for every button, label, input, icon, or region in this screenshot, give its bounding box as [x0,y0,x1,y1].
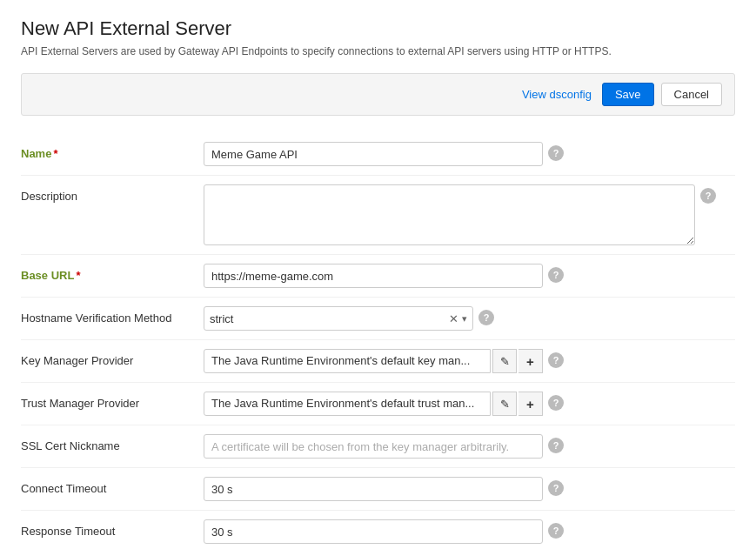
name-help-icon[interactable]: ? [548,145,564,161]
save-button[interactable]: Save [602,83,654,106]
response-timeout-input[interactable] [204,519,543,544]
response-timeout-help-icon[interactable]: ? [548,523,564,539]
key-manager-add-button[interactable]: + [518,349,543,373]
name-label: Name* [21,142,204,160]
description-help-icon[interactable]: ? [700,188,716,204]
connect-timeout-input[interactable] [204,477,543,501]
ssl-cert-row: SSL Cert Nickname ? [21,425,735,468]
connect-timeout-control-wrap: ? [204,477,735,501]
connect-timeout-help-icon[interactable]: ? [548,480,564,496]
ssl-cert-label: SSL Cert Nickname [21,434,204,452]
trust-manager-row: Trust Manager Provider The Java Runtime … [21,383,735,425]
base-url-help-icon[interactable]: ? [548,267,564,283]
base-url-input[interactable] [204,264,543,288]
trust-manager-edit-button[interactable]: ✎ [492,392,517,416]
trust-manager-control-wrap: The Java Runtime Environment's default t… [204,392,735,416]
description-label: Description [21,184,204,203]
base-url-label: Base URL* [21,264,204,282]
name-input[interactable] [204,142,543,166]
response-timeout-control-wrap: ? [204,519,735,544]
response-timeout-row: Response Timeout ? [21,511,735,549]
key-manager-label: Key Manager Provider [21,349,204,367]
hostname-select-value: strict [210,312,449,325]
connect-timeout-row: Connect Timeout ? [21,468,735,511]
base-url-control-wrap: ? [204,264,735,288]
hostname-label: Hostname Verification Method [21,306,204,325]
cancel-button[interactable]: Cancel [661,83,722,106]
description-textarea[interactable] [204,184,695,245]
description-row: Description ? [21,176,735,255]
hostname-select[interactable]: strict ✕ ▾ [204,306,473,331]
key-manager-value: The Java Runtime Environment's default k… [204,349,491,373]
view-dsconfig-link[interactable]: View dsconfig [522,88,592,101]
page-subtitle: API External Servers are used by Gateway… [21,45,735,57]
key-manager-input-group: The Java Runtime Environment's default k… [204,349,543,373]
trust-manager-label: Trust Manager Provider [21,392,204,410]
page-title: New API External Server [21,17,735,40]
ssl-cert-input[interactable] [204,434,543,459]
trust-manager-help-icon[interactable]: ? [548,395,564,411]
name-row: Name* ? [21,133,735,176]
hostname-control-wrap: strict ✕ ▾ ? [204,306,735,331]
response-timeout-label: Response Timeout [21,519,204,538]
base-url-row: Base URL* ? [21,255,735,298]
name-control-wrap: ? [204,142,735,166]
connect-timeout-label: Connect Timeout [21,477,204,495]
page-container: New API External Server API External Ser… [0,0,756,549]
key-manager-row: Key Manager Provider The Java Runtime En… [21,340,735,383]
form: Name* ? Description ? Base URL* ? [21,133,735,549]
hostname-help-icon[interactable]: ? [478,310,494,325]
ssl-cert-control-wrap: ? [204,434,735,459]
hostname-arrow-icon[interactable]: ▾ [462,313,467,325]
hostname-clear-icon[interactable]: ✕ [449,312,458,325]
toolbar: View dsconfig Save Cancel [21,73,735,116]
trust-manager-input-group: The Java Runtime Environment's default t… [204,392,543,416]
key-manager-control-wrap: The Java Runtime Environment's default k… [204,349,735,373]
key-manager-edit-button[interactable]: ✎ [492,349,517,373]
trust-manager-value: The Java Runtime Environment's default t… [204,392,491,416]
description-control-wrap: ? [204,184,735,245]
ssl-cert-help-icon[interactable]: ? [548,438,564,453]
key-manager-help-icon[interactable]: ? [548,352,564,368]
hostname-row: Hostname Verification Method strict ✕ ▾ … [21,298,735,340]
trust-manager-add-button[interactable]: + [518,392,543,416]
